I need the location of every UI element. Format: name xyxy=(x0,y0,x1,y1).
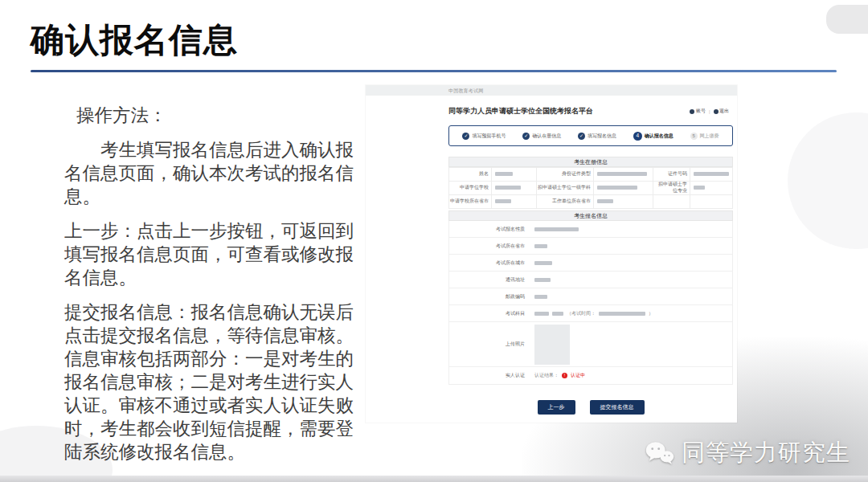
platform-screenshot: 中国教育考试网 同等学力人员申请硕士学位全国统考报名平台 账号 | 退出 ✓ 填… xyxy=(366,85,737,423)
redacted-value xyxy=(534,227,579,231)
redacted-value xyxy=(597,186,637,190)
step-4-current[interactable]: 4 确认报名信息 xyxy=(633,132,674,141)
logout-button[interactable]: 退出 xyxy=(714,108,730,115)
wechat-icon xyxy=(645,441,675,465)
exam-time-prefix: （考试时间： xyxy=(567,310,596,317)
redacted-value xyxy=(495,199,511,203)
slide-bottom-edge xyxy=(0,476,868,482)
check-icon: ✓ xyxy=(522,133,530,140)
step-3[interactable]: ✓ 填写报名信息 xyxy=(578,133,616,140)
section-title: 考生在册信息 xyxy=(448,157,733,167)
form-row: 通讯地址 xyxy=(448,272,733,288)
account-button[interactable]: 账号 xyxy=(690,108,706,115)
auth-status: 认证中 xyxy=(571,372,585,379)
uploaded-photo xyxy=(534,325,570,365)
registration-info-section: 考生报名信息 考试报名性质 考试所在省市 考试所在城市 通讯地址 邮政编码 xyxy=(448,210,733,385)
redacted-value xyxy=(552,312,563,316)
instruction-text: 操作方法： 考生填写报名信息后进入确认报名信息页面，确认本次考试的报名信息。 上… xyxy=(64,104,370,464)
registered-info-table: 姓名 身份证件类型 证件号码 申请学位学校 拟申请硕士学位一级学科 拟申请硕士学… xyxy=(448,167,733,209)
step-5[interactable]: 5 网上缴费 xyxy=(690,133,719,140)
table-row: 姓名 身份证件类型 证件号码 xyxy=(449,168,733,182)
wizard-stepper: ✓ 填写预留手机号 ✓ 确认在册信息 ✓ 填写报名信息 4 确认报名信息 5 网… xyxy=(448,125,733,146)
user-icon xyxy=(690,109,694,114)
redacted-value xyxy=(495,186,521,190)
instruction-heading: 操作方法： xyxy=(64,104,370,127)
step-2[interactable]: ✓ 确认在册信息 xyxy=(522,133,561,140)
check-icon: ✓ xyxy=(578,133,585,140)
table-row: 申请学位学校 拟申请硕士学位一级学科 拟申请硕士学位专业 xyxy=(449,182,733,195)
form-row-auth: 实人认证 认证结果： ! 认证中 xyxy=(448,367,733,385)
step-number: 5 xyxy=(690,133,698,140)
background-blob xyxy=(788,112,868,249)
form-row-photo: 上传照片 xyxy=(448,322,733,367)
previous-step-button[interactable]: 上一步 xyxy=(538,400,575,415)
table-row: 申请学校所在省市 工作单位所在省市 xyxy=(449,195,733,209)
separator: | xyxy=(709,109,710,114)
site-name: 中国教育考试网 xyxy=(448,88,483,95)
redacted-value xyxy=(534,244,547,248)
redacted-value xyxy=(694,186,705,190)
watermark-text: 同等学力研究生 xyxy=(682,437,850,469)
redacted-value xyxy=(597,172,647,176)
form-row: 考试所在城市 xyxy=(448,255,733,272)
logout-label: 退出 xyxy=(719,108,729,115)
redacted-value xyxy=(534,295,547,299)
redacted-value xyxy=(599,312,645,316)
redacted-value xyxy=(534,278,551,282)
redacted-value xyxy=(495,172,513,176)
platform-title: 同等学力人员申请硕士学位全国统考报名平台 xyxy=(448,106,593,116)
auth-result-label: 认证结果： xyxy=(534,372,559,379)
instruction-para-1: 考生填写报名信息后进入确认报名信息页面，确认本次考试的报名信息。 xyxy=(64,138,370,208)
instruction-para-3: 提交报名信息：报名信息确认无误后点击提交报名信息，等待信息审核。信息审核包括两部… xyxy=(64,300,370,464)
site-topbar: 中国教育考试网 xyxy=(366,85,737,96)
form-buttons: 上一步 提交报名信息 xyxy=(448,400,733,415)
redacted-value xyxy=(597,199,613,203)
instruction-para-2: 上一步：点击上一步按钮，可返回到填写报名信息页面，可查看或修改报名信息。 xyxy=(64,219,370,289)
redacted-value xyxy=(534,261,552,265)
form-row: 邮政编码 xyxy=(448,288,733,305)
background-corner-shape xyxy=(826,5,868,34)
page-title: 确认报名信息 xyxy=(31,18,238,63)
account-label: 账号 xyxy=(696,108,706,115)
redacted-value xyxy=(534,312,549,316)
step-number: 4 xyxy=(633,132,642,141)
header-actions: 账号 | 退出 xyxy=(690,108,729,115)
exam-time-suffix: ） xyxy=(649,310,653,317)
logout-icon xyxy=(714,109,719,114)
watermark: 同等学力研究生 xyxy=(645,437,850,469)
slide: 确认报名信息 操作方法： 考生填写报名信息后进入确认报名信息页面，确认本次考试的… xyxy=(0,0,868,482)
redacted-value xyxy=(694,172,729,176)
step-1[interactable]: ✓ 填写预留手机号 xyxy=(462,133,506,140)
form-row: 考试报名性质 xyxy=(448,221,733,238)
title-underline xyxy=(31,70,837,72)
form-row-exam-subject: 考试科目 （考试时间： ） xyxy=(448,305,733,322)
submit-registration-button[interactable]: 提交报名信息 xyxy=(590,400,645,415)
form-row: 考试所在省市 xyxy=(448,238,733,255)
registered-info-section: 考生在册信息 姓名 身份证件类型 证件号码 申请学位学校 拟申请硕士学位一级学科… xyxy=(448,157,733,209)
section-title: 考生报名信息 xyxy=(448,210,733,221)
alert-icon: ! xyxy=(562,373,567,378)
check-icon: ✓ xyxy=(462,133,469,140)
